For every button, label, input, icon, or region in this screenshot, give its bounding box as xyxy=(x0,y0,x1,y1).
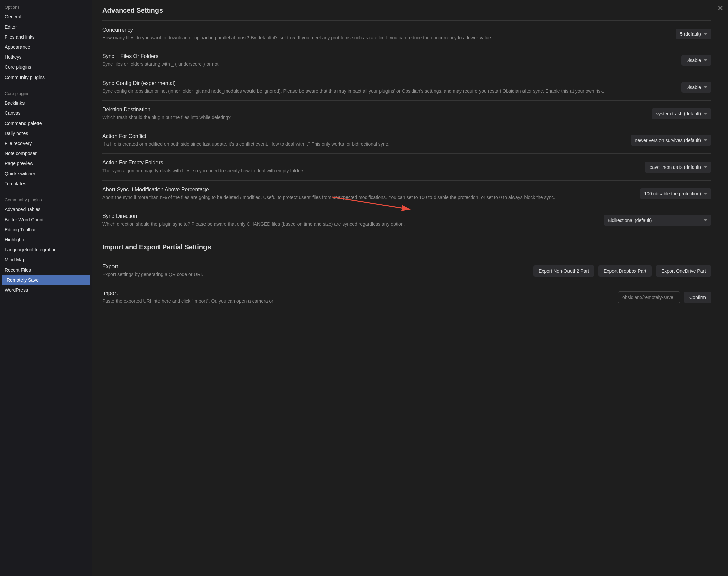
sidebar-item-core-plugins[interactable]: Core plugins xyxy=(0,62,92,72)
export-button[interactable]: Export Dropbox Part xyxy=(598,265,652,277)
sidebar-item-advanced-tables[interactable]: Advanced Tables xyxy=(0,204,92,214)
settings-content: ✕ Advanced Settings ConcurrencyHow many … xyxy=(92,0,728,576)
dropdown-value: newer version survives (default) xyxy=(635,138,701,143)
sidebar-item-command-palette[interactable]: Command palette xyxy=(0,118,92,128)
setting-dropdown[interactable]: 5 (default) xyxy=(676,29,711,39)
setting-desc: Which trash should the plugin put the fi… xyxy=(103,114,645,121)
setting-dropdown[interactable]: leave them as is (default) xyxy=(645,162,711,173)
setting-row: Sync _ Files Or FoldersSync files or fol… xyxy=(103,47,711,74)
setting-title: Abort Sync If Modification Above Percent… xyxy=(103,186,633,193)
dropdown-value: 100 (disable the protection) xyxy=(644,191,701,196)
sidebar-item-page-preview[interactable]: Page preview xyxy=(0,159,92,169)
sidebar-item-appearance[interactable]: Appearance xyxy=(0,42,92,52)
confirm-button[interactable]: Confirm xyxy=(684,292,711,303)
sidebar-item-files-and-links[interactable]: Files and links xyxy=(0,32,92,42)
setting-dropdown[interactable]: system trash (default) xyxy=(652,108,711,119)
setting-desc: How many files do you want to download o… xyxy=(103,34,669,41)
chevron-down-icon xyxy=(704,86,707,88)
sidebar-item-better-word-count[interactable]: Better Word Count xyxy=(0,214,92,225)
sidebar-item-file-recovery[interactable]: File recovery xyxy=(0,138,92,148)
setting-dropdown[interactable]: Disable xyxy=(681,55,711,66)
sidebar-item-hotkeys[interactable]: Hotkeys xyxy=(0,52,92,62)
settings-sidebar: Options GeneralEditorFiles and linksAppe… xyxy=(0,0,92,576)
dropdown-value: 5 (default) xyxy=(680,31,701,36)
sidebar-heading-options: Options xyxy=(0,3,92,12)
sidebar-item-editing-toolbar[interactable]: Editing Toolbar xyxy=(0,225,92,235)
section-title-advanced: Advanced Settings xyxy=(103,7,711,15)
sidebar-item-quick-switcher[interactable]: Quick switcher xyxy=(0,169,92,179)
setting-dropdown[interactable]: Disable xyxy=(681,82,711,93)
import-uri-input[interactable] xyxy=(618,291,680,304)
setting-row: Action For Empty FoldersThe sync algorit… xyxy=(103,153,711,180)
chevron-down-icon xyxy=(704,139,707,141)
sidebar-item-mind-map[interactable]: Mind Map xyxy=(0,255,92,265)
dropdown-value: system trash (default) xyxy=(656,111,701,116)
close-icon[interactable]: ✕ xyxy=(717,4,723,13)
setting-row: Sync Config Dir (experimental)Sync confi… xyxy=(103,74,711,100)
section-title-import-export: Import and Export Partial Settings xyxy=(103,243,711,251)
sidebar-item-editor[interactable]: Editor xyxy=(0,22,92,32)
setting-desc: Paste the exported URI into here and cli… xyxy=(103,298,611,305)
chevron-down-icon xyxy=(704,166,707,168)
chevron-down-icon xyxy=(704,219,707,221)
dropdown-value: leave them as is (default) xyxy=(649,165,701,170)
sidebar-item-wordpress[interactable]: WordPress xyxy=(0,285,92,295)
sidebar-item-backlinks[interactable]: Backlinks xyxy=(0,98,92,108)
setting-title: Action For Empty Folders xyxy=(103,160,638,166)
sidebar-item-daily-notes[interactable]: Daily notes xyxy=(0,128,92,138)
setting-row: Action For ConflictIf a file is created … xyxy=(103,127,711,153)
setting-row: Abort Sync If Modification Above Percent… xyxy=(103,180,711,207)
setting-row: ConcurrencyHow many files do you want to… xyxy=(103,21,711,47)
setting-title: Import xyxy=(103,290,611,296)
sidebar-item-canvas[interactable]: Canvas xyxy=(0,108,92,118)
dropdown-value: Disable xyxy=(685,58,701,63)
setting-desc: The sync algorithm majorly deals with fi… xyxy=(103,167,638,174)
sidebar-heading-community: Community plugins xyxy=(0,195,92,204)
setting-desc: Abort the sync if more than n% of the fi… xyxy=(103,194,633,201)
sidebar-item-remotely-save[interactable]: Remotely Save xyxy=(2,275,90,285)
setting-title: Export xyxy=(103,263,527,269)
setting-desc: Export settings by generating a QR code … xyxy=(103,271,527,278)
setting-title: Deletion Destination xyxy=(103,107,645,113)
chevron-down-icon xyxy=(704,193,707,195)
sidebar-item-recent-files[interactable]: Recent Files xyxy=(0,265,92,275)
export-button[interactable]: Export OneDrive Part xyxy=(656,265,711,277)
sidebar-item-languagetool-integration[interactable]: Languagetool Integration xyxy=(0,245,92,255)
chevron-down-icon xyxy=(704,59,707,61)
setting-desc: If a file is created or modified on both… xyxy=(103,141,624,147)
chevron-down-icon xyxy=(704,113,707,115)
setting-dropdown[interactable]: Bidirectional (default) xyxy=(604,215,711,226)
chevron-down-icon xyxy=(704,33,707,35)
setting-row: Sync DirectionWhich direction should the… xyxy=(103,207,711,233)
setting-desc: Sync config dir .obsidian or not (inner … xyxy=(103,88,675,94)
sidebar-item-highlightr[interactable]: Highlightr xyxy=(0,235,92,245)
setting-export: Export Export settings by generating a Q… xyxy=(103,257,711,284)
setting-desc: Which direction should the plugin sync t… xyxy=(103,221,597,227)
export-button[interactable]: Export Non-Oauth2 Part xyxy=(533,265,594,277)
setting-title: Action For Conflict xyxy=(103,133,624,139)
setting-title: Concurrency xyxy=(103,27,669,33)
setting-dropdown[interactable]: 100 (disable the protection) xyxy=(640,188,711,199)
sidebar-item-community-plugins[interactable]: Community plugins xyxy=(0,72,92,82)
setting-title: Sync Config Dir (experimental) xyxy=(103,80,675,86)
setting-dropdown[interactable]: newer version survives (default) xyxy=(631,135,711,146)
setting-title: Sync Direction xyxy=(103,213,597,219)
dropdown-value: Bidirectional (default) xyxy=(608,218,652,223)
sidebar-item-templates[interactable]: Templates xyxy=(0,179,92,189)
dropdown-value: Disable xyxy=(685,85,701,90)
setting-desc: Sync files or folders starting with _ ("… xyxy=(103,61,675,67)
setting-row: Deletion DestinationWhich trash should t… xyxy=(103,100,711,127)
sidebar-heading-core: Core plugins xyxy=(0,89,92,98)
setting-import: Import Paste the exported URI into here … xyxy=(103,284,711,311)
setting-title: Sync _ Files Or Folders xyxy=(103,53,675,59)
sidebar-item-note-composer[interactable]: Note composer xyxy=(0,148,92,159)
sidebar-item-general[interactable]: General xyxy=(0,12,92,22)
